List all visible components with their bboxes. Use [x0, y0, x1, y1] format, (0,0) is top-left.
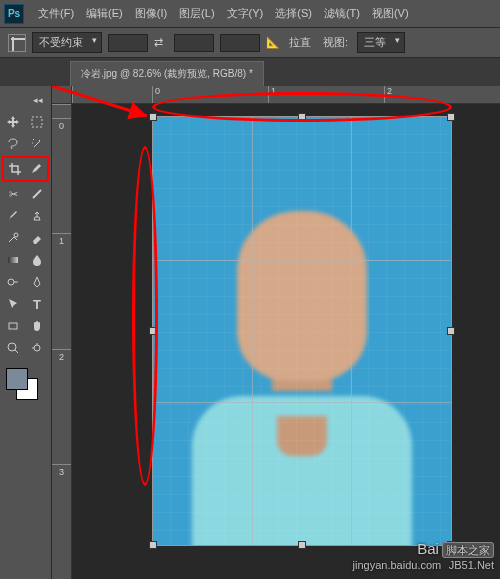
- magic-wand-tool[interactable]: [26, 134, 48, 154]
- ruler-horizontal[interactable]: 0 1 2: [72, 86, 500, 104]
- document-canvas[interactable]: [152, 116, 452, 546]
- move-tool[interactable]: [2, 112, 24, 132]
- crop-tool-highlight: [2, 156, 49, 182]
- crop-handle-w[interactable]: [149, 327, 157, 335]
- ruler-h-tick: 1: [268, 86, 384, 103]
- straighten-icon[interactable]: 📐: [266, 36, 280, 49]
- crop-handle-s[interactable]: [298, 541, 306, 549]
- lasso-tool[interactable]: [2, 134, 24, 154]
- svg-rect-2: [8, 257, 18, 263]
- aspect-ratio-dropdown[interactable]: 不受约束: [32, 32, 102, 53]
- svg-rect-0: [32, 117, 42, 127]
- crop-handle-ne[interactable]: [447, 113, 455, 121]
- ruler-v-tick: 2: [52, 349, 71, 464]
- crop-height-input[interactable]: [174, 34, 214, 52]
- healing-brush-tool[interactable]: [26, 184, 48, 204]
- ruler-v-tick: 1: [52, 233, 71, 348]
- rotate-view-tool[interactable]: [26, 338, 48, 358]
- crop-handle-nw[interactable]: [149, 113, 157, 121]
- blur-tool[interactable]: [26, 250, 48, 270]
- rectangle-tool[interactable]: [2, 316, 24, 336]
- menu-view[interactable]: 视图(V): [366, 6, 415, 21]
- ruler-h-tick: 2: [384, 86, 500, 103]
- menu-image[interactable]: 图像(I): [129, 6, 173, 21]
- crop-handle-n[interactable]: [298, 113, 306, 121]
- color-swatches[interactable]: [2, 368, 49, 404]
- pen-tool[interactable]: [26, 272, 48, 292]
- dodge-tool[interactable]: [2, 272, 24, 292]
- menu-bar: Ps 文件(F) 编辑(E) 图像(I) 图层(L) 文字(Y) 选择(S) 滤…: [0, 0, 500, 28]
- workspace: ◂◂ ✂: [0, 86, 500, 579]
- gradient-tool[interactable]: [2, 250, 24, 270]
- document-tab[interactable]: 冷岩.jpg @ 82.6% (裁剪预览, RGB/8) *: [70, 61, 264, 86]
- marquee-tool[interactable]: [26, 112, 48, 132]
- app-logo: Ps: [4, 4, 24, 24]
- foreground-color-swatch[interactable]: [6, 368, 28, 390]
- svg-point-1: [14, 233, 18, 237]
- svg-rect-4: [9, 323, 17, 329]
- menu-type[interactable]: 文字(Y): [221, 6, 270, 21]
- eyedropper-tool[interactable]: [27, 159, 47, 179]
- straighten-label: 拉直: [286, 35, 314, 50]
- menu-layer[interactable]: 图层(L): [173, 6, 220, 21]
- ruler-v-tick: 0: [52, 118, 71, 233]
- zoom-tool[interactable]: [2, 338, 24, 358]
- menu-file[interactable]: 文件(F): [32, 6, 80, 21]
- swap-dimensions-icon[interactable]: ⇄: [154, 36, 168, 50]
- history-brush-tool[interactable]: [2, 228, 24, 248]
- collapse-toolbar-icon[interactable]: ◂◂: [27, 90, 49, 110]
- menu-filter[interactable]: 滤镜(T): [318, 6, 366, 21]
- type-tool[interactable]: T: [26, 294, 48, 314]
- view-label: 视图:: [320, 35, 351, 50]
- hand-tool[interactable]: [26, 316, 48, 336]
- crop-width-input[interactable]: [108, 34, 148, 52]
- crop-tool[interactable]: [5, 159, 25, 179]
- svg-point-5: [8, 343, 16, 351]
- clone-stamp-tool[interactable]: [26, 206, 48, 226]
- ruler-origin[interactable]: [52, 86, 72, 104]
- ruler-vertical[interactable]: 0 1 2 3: [52, 104, 72, 579]
- options-bar: 不受约束 ⇄ 📐 拉直 视图: 三等: [0, 28, 500, 58]
- ruler-v-tick: 3: [52, 464, 71, 579]
- overlay-grid-dropdown[interactable]: 三等: [357, 32, 405, 53]
- tools-panel: ◂◂ ✂: [0, 86, 52, 579]
- canvas-area[interactable]: 0 1 2 0 1 2 3: [52, 86, 500, 579]
- crop-resolution-input[interactable]: [220, 34, 260, 52]
- crop-handle-e[interactable]: [447, 327, 455, 335]
- path-selection-tool[interactable]: [2, 294, 24, 314]
- crop-handle-sw[interactable]: [149, 541, 157, 549]
- ruler-h-tick: 0: [152, 86, 268, 103]
- slice-tool[interactable]: ✂: [2, 184, 24, 204]
- document-tab-bar: 冷岩.jpg @ 82.6% (裁剪预览, RGB/8) *: [0, 58, 500, 86]
- brush-tool[interactable]: [2, 206, 24, 226]
- eraser-tool[interactable]: [26, 228, 48, 248]
- svg-point-3: [8, 279, 14, 285]
- menu-edit[interactable]: 编辑(E): [80, 6, 129, 21]
- crop-tool-indicator-icon: [8, 34, 26, 52]
- crop-overlay[interactable]: [152, 116, 452, 546]
- menu-select[interactable]: 选择(S): [269, 6, 318, 21]
- watermark: Bai 脚本之家 jingyan.baidu.com JB51.Net: [353, 539, 494, 573]
